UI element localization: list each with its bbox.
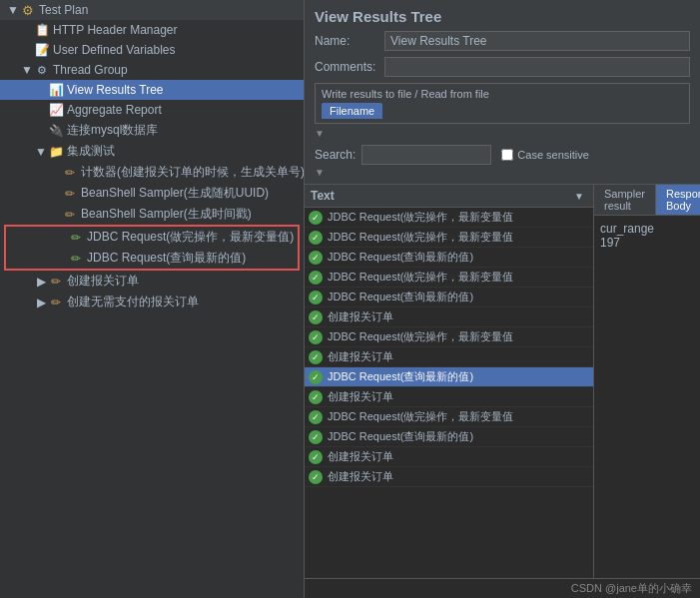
- success-icon-r9: ✓: [309, 370, 323, 384]
- result-item-r12[interactable]: ✓ JDBC Request(查询最新的值): [305, 427, 593, 447]
- tree-item-view-results[interactable]: 📊 View Results Tree: [0, 80, 304, 100]
- tree-item-create-order[interactable]: ▶ ✏ 创建报关订单: [0, 271, 304, 292]
- create-nopay-icon: ✏: [48, 295, 64, 310]
- tree-item-aggregate[interactable]: 📈 Aggregate Report: [0, 100, 304, 120]
- search-input[interactable]: [361, 145, 491, 165]
- result-text-r14: 创建报关订单: [328, 469, 393, 484]
- success-icon-r3: ✓: [309, 251, 323, 265]
- left-tree-panel: ▼ ⚙ Test Plan 📋 HTTP Header Manager 📝 Us…: [0, 0, 305, 598]
- result-item-r4[interactable]: ✓ JDBC Request(做完操作，最新变量值: [305, 268, 593, 288]
- results-list-header: Text ▼: [305, 185, 593, 208]
- comments-input[interactable]: [384, 57, 690, 77]
- result-item-r9[interactable]: ✓ JDBC Request(查询最新的值): [305, 367, 593, 387]
- http-icon: 📋: [34, 22, 50, 38]
- comments-row: Comments:: [315, 57, 690, 77]
- tree-item-jdbc-complete[interactable]: ✏ JDBC Request(做完操作，最新变量值): [6, 227, 298, 248]
- collapse-arrow2[interactable]: ▼: [315, 167, 690, 178]
- arrow-placeholder3: [36, 85, 46, 95]
- result-text-r12: JDBC Request(查询最新的值): [328, 429, 473, 444]
- comments-label: Comments:: [315, 60, 384, 74]
- arrow-thread: ▼: [22, 65, 32, 75]
- tree-item-thread-group[interactable]: ▼ ⚙ Thread Group: [0, 60, 304, 80]
- result-item-r14[interactable]: ✓ 创建报关订单: [305, 467, 593, 487]
- tree-item-connect-db[interactable]: 🔌 连接mysql数据库: [0, 120, 304, 141]
- tree-item-test-plan[interactable]: ▼ ⚙ Test Plan: [0, 0, 304, 20]
- result-text-r3: JDBC Request(查询最新的值): [328, 250, 473, 265]
- tree-item-bean-uuid[interactable]: ✏ BeanShell Sampler(生成随机UUID): [0, 183, 304, 204]
- name-input[interactable]: [384, 31, 690, 51]
- tree-label-bean-time: BeanShell Sampler(生成时间戳): [81, 206, 252, 223]
- tree-item-user-vars[interactable]: 📝 User Defined Variables: [0, 40, 304, 60]
- tree-label-connect-db: 连接mysql数据库: [67, 122, 158, 139]
- right-header: View Results Tree Name: Comments: Write …: [305, 0, 700, 185]
- result-item-r2[interactable]: ✓ JDBC Request(做完操作，最新变量值: [305, 228, 593, 248]
- success-icon-r4: ✓: [309, 271, 323, 285]
- results-area: Text ▼ ✓ JDBC Request(做完操作，最新变量值 ✓ JDBC …: [305, 185, 700, 578]
- success-icon-r13: ✓: [309, 450, 323, 464]
- filename-tab[interactable]: Filename: [322, 103, 382, 119]
- tree-label-test-plan: Test Plan: [39, 3, 88, 17]
- success-icon-r2: ✓: [309, 231, 323, 245]
- result-item-r13[interactable]: ✓ 创建报关订单: [305, 447, 593, 467]
- collapse-arrow[interactable]: ▼: [315, 128, 690, 139]
- script-uuid-icon: ✏: [62, 186, 78, 202]
- arrow-placeholder9: [56, 233, 66, 243]
- case-sensitive-checkbox[interactable]: [501, 149, 513, 161]
- tree-label-aggregate: Aggregate Report: [67, 103, 162, 117]
- arrow-create-nopay: ▶: [36, 298, 46, 307]
- response-body-text: cur_range197: [600, 222, 694, 250]
- result-text-r1: JDBC Request(做完操作，最新变量值: [328, 210, 513, 225]
- tree-label-calc: 计数器(创建报关订单的时候，生成关单号): [81, 164, 305, 181]
- tree-item-bean-time[interactable]: ✏ BeanShell Sampler(生成时间戳): [0, 204, 304, 225]
- tree-label-user-vars: User Defined Variables: [53, 43, 176, 57]
- filter-icon[interactable]: ▼: [571, 188, 587, 204]
- tree-item-jdbc-query[interactable]: ✏ JDBC Request(查询最新的值): [6, 248, 298, 269]
- tree-item-create-nopay[interactable]: ▶ ✏ 创建无需支付的报关订单: [0, 292, 304, 312]
- tree-item-http-header[interactable]: 📋 HTTP Header Manager: [0, 20, 304, 40]
- result-item-r3[interactable]: ✓ JDBC Request(查询最新的值): [305, 248, 593, 268]
- script-calc-icon: ✏: [62, 165, 78, 181]
- arrow-placeholder7: [50, 189, 60, 199]
- success-icon-r12: ✓: [309, 430, 323, 444]
- tree-item-calc[interactable]: ✏ 计数器(创建报关订单的时候，生成关单号): [0, 162, 304, 183]
- tree-item-integration[interactable]: ▼ 📁 集成测试: [0, 141, 304, 162]
- tree-label-view-results: View Results Tree: [67, 83, 164, 97]
- tree-label-jdbc-query: JDBC Request(查询最新的值): [87, 250, 246, 267]
- result-item-r8[interactable]: ✓ 创建报关订单: [305, 347, 593, 367]
- detail-content: cur_range197: [594, 216, 700, 578]
- result-item-r7[interactable]: ✓ JDBC Request(做完操作，最新变量值: [305, 327, 593, 347]
- name-label: Name:: [315, 34, 384, 48]
- tab-sampler-result[interactable]: Sampler result: [594, 185, 656, 215]
- success-icon-r1: ✓: [309, 211, 323, 225]
- result-item-r5[interactable]: ✓ JDBC Request(查询最新的值): [305, 288, 593, 307]
- result-text-r9: JDBC Request(查询最新的值): [328, 369, 473, 384]
- results-list-panel: Text ▼ ✓ JDBC Request(做完操作，最新变量值 ✓ JDBC …: [305, 185, 594, 578]
- tab-response-body[interactable]: Response Body: [656, 185, 700, 215]
- group-icon: 📁: [48, 144, 64, 160]
- script-time-icon: ✏: [62, 207, 78, 223]
- gear-icon: ⚙: [20, 2, 36, 18]
- result-item-r1[interactable]: ✓ JDBC Request(做完操作，最新变量值: [305, 208, 593, 228]
- write-results-section: Write results to file / Read from file F…: [315, 83, 690, 124]
- detail-panel: Sampler result Response Body R cur_range…: [594, 185, 700, 578]
- success-icon-r14: ✓: [309, 470, 323, 484]
- arrow-placeholder10: [56, 254, 66, 264]
- result-text-r11: JDBC Request(做完操作，最新变量值: [328, 409, 513, 424]
- result-text-r13: 创建报关订单: [328, 449, 393, 464]
- user-vars-icon: 📝: [34, 42, 50, 58]
- jdbc-complete-icon: ✏: [68, 230, 84, 246]
- write-results-title: Write results to file / Read from file: [322, 88, 683, 100]
- create-order-icon: ✏: [48, 274, 64, 290]
- result-item-r11[interactable]: ✓ JDBC Request(做完操作，最新变量值: [305, 407, 593, 427]
- thread-icon: ⚙: [34, 62, 50, 78]
- tree-label-create-nopay: 创建无需支付的报关订单: [67, 294, 199, 310]
- results-list: ✓ JDBC Request(做完操作，最新变量值 ✓ JDBC Request…: [305, 208, 593, 578]
- right-panel: View Results Tree Name: Comments: Write …: [305, 0, 700, 598]
- arrow-placeholder5: [36, 126, 46, 136]
- search-label: Search:: [315, 148, 355, 162]
- search-row: Search: Case sensitive: [315, 145, 690, 165]
- case-sensitive-option[interactable]: Case sensitive: [501, 149, 589, 161]
- arrow-placeholder: [22, 25, 32, 35]
- result-item-r6[interactable]: ✓ 创建报关订单: [305, 307, 593, 327]
- result-item-r10[interactable]: ✓ 创建报关订单: [305, 387, 593, 407]
